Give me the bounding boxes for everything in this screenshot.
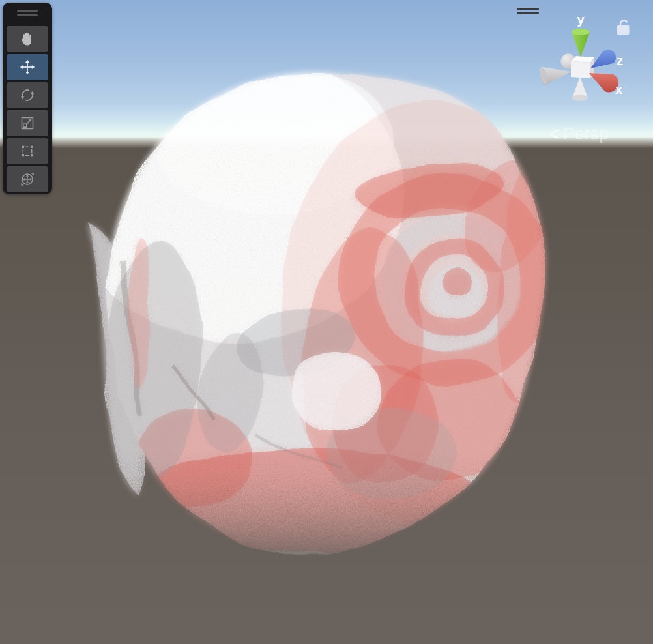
unlocked-padlock-icon[interactable]: [617, 20, 630, 35]
move-icon: [19, 59, 36, 76]
hand-icon: [19, 31, 36, 48]
gizmo-z-axis-label[interactable]: z: [617, 53, 623, 68]
rotate-icon: [19, 87, 36, 104]
view-hand-tool-button[interactable]: [7, 26, 48, 52]
gizmo-x-axis-label[interactable]: x: [615, 82, 622, 96]
transform-icon: [19, 171, 36, 188]
scale-tool-button[interactable]: [7, 110, 48, 136]
rotate-tool-button[interactable]: [7, 82, 48, 108]
gizmo-down-axis-cone[interactable]: [572, 77, 588, 101]
tools-overlay-drag-handle-icon[interactable]: [17, 10, 38, 19]
grip-bar: [17, 14, 38, 16]
gizmo-y-axis-cone[interactable]: [572, 29, 590, 57]
rect-tool-button[interactable]: [7, 138, 48, 164]
gizmo-x-axis-cone[interactable]: [589, 73, 618, 93]
persp-arrow-icon[interactable]: <: [549, 124, 559, 144]
move-tool-button[interactable]: [7, 54, 48, 80]
tools-overlay-panel: [3, 3, 52, 194]
rect-icon: [19, 143, 36, 160]
scene-viewport[interactable]: y z x < Persp: [0, 0, 653, 644]
gizmo-y-axis-label[interactable]: y: [577, 12, 585, 27]
grip-bar: [17, 10, 38, 12]
gizmo-left-axis-cone[interactable]: [540, 67, 571, 85]
projection-mode-label[interactable]: Persp: [563, 124, 609, 143]
scale-icon: [19, 115, 36, 132]
scene-orientation-gizmo[interactable]: y z x < Persp: [533, 0, 653, 151]
transform-tool-button[interactable]: [7, 166, 48, 192]
